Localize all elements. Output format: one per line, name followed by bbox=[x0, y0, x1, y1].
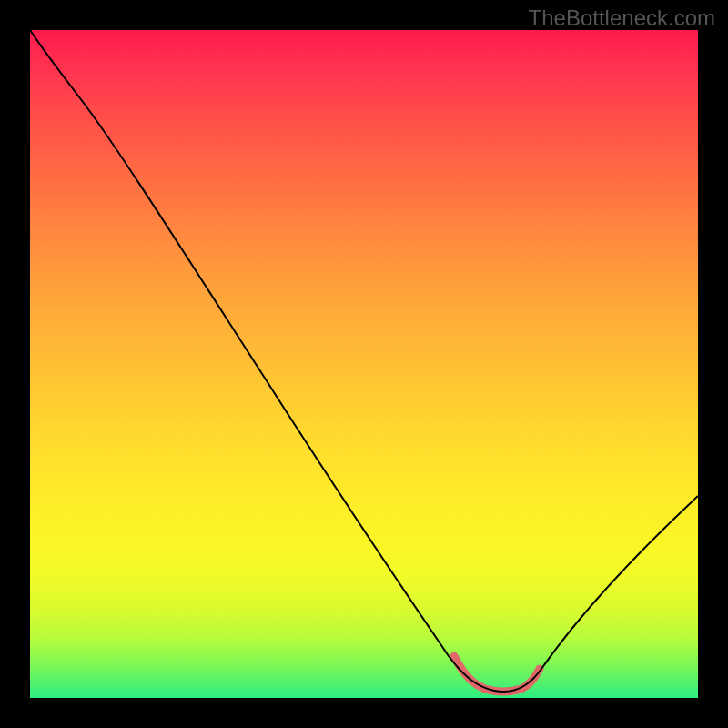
watermark-text: TheBottleneck.com bbox=[529, 5, 715, 31]
highlight-segment bbox=[454, 656, 540, 692]
chart-svg bbox=[30, 30, 698, 698]
bottleneck-curve bbox=[30, 30, 698, 692]
chart-plot-area bbox=[30, 30, 698, 698]
